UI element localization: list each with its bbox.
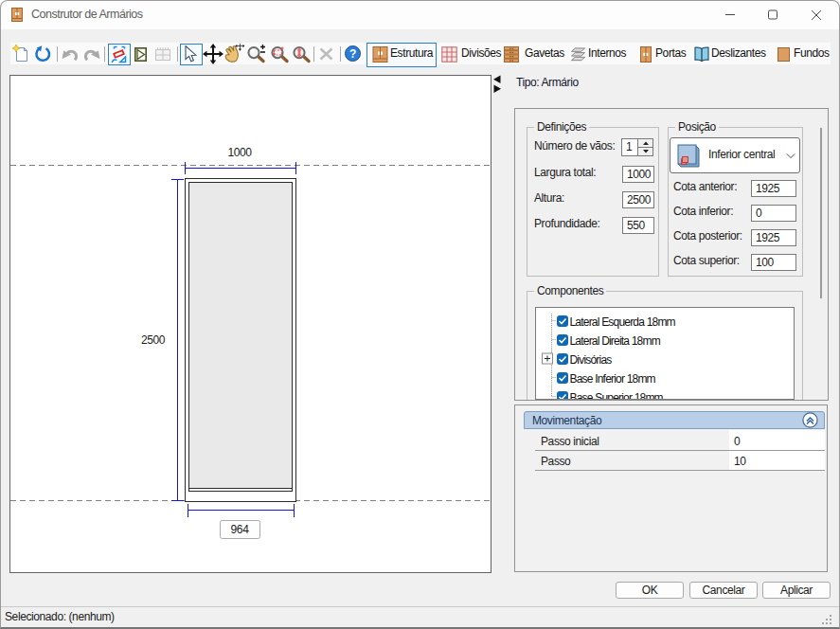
svg-text:964: 964	[231, 523, 250, 536]
svg-text:Base Inferior 18mm: Base Inferior 18mm	[570, 372, 656, 386]
svg-text:Lateral Direita 18mm: Lateral Direita 18mm	[570, 334, 661, 348]
svg-text:1000: 1000	[227, 146, 252, 159]
svg-text:2500: 2500	[141, 333, 166, 347]
svg-text:?: ?	[349, 47, 356, 61]
svg-text:Divisórias: Divisórias	[570, 353, 613, 367]
svg-text:Lateral Esquerda 18mm: Lateral Esquerda 18mm	[570, 315, 676, 329]
svg-text:Base Superior 18mm: Base Superior 18mm	[570, 391, 664, 400]
